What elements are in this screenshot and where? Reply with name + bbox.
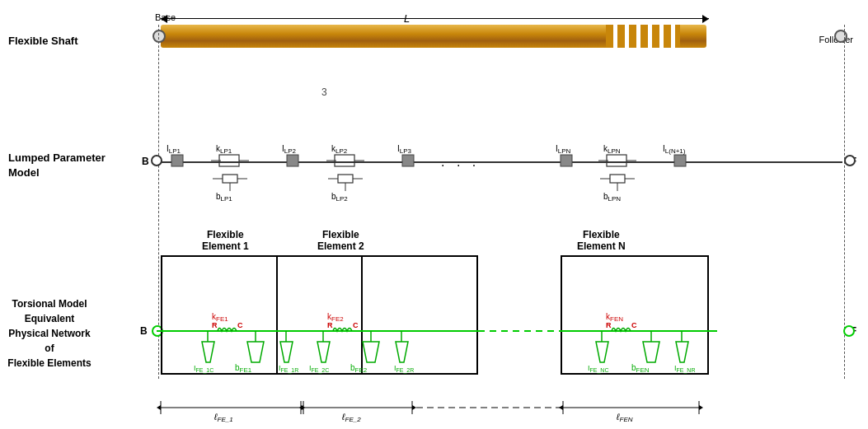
svg-text:IFE_2C: IFE_2C <box>309 364 329 374</box>
svg-marker-44 <box>202 342 214 362</box>
svg-text:C: C <box>353 321 359 329</box>
l-dimension-arrow <box>161 18 709 19</box>
svg-rect-36 <box>674 155 686 166</box>
svg-rect-25 <box>561 155 572 166</box>
base-label: Base <box>155 12 176 22</box>
svg-text:kLP1: kLP1 <box>216 144 232 155</box>
svg-marker-74 <box>676 342 688 362</box>
svg-rect-13 <box>335 155 354 166</box>
svg-marker-59 <box>363 342 379 362</box>
svg-text:kLP2: kLP2 <box>331 144 348 155</box>
svg-marker-71 <box>643 342 659 362</box>
svg-rect-27 <box>607 155 626 166</box>
shaft-body <box>161 25 706 48</box>
svg-marker-50 <box>280 342 293 362</box>
lp-diagram-svg: ILP1 kLP1 bLP1 ILP2 kLP2 <box>157 115 717 222</box>
svg-marker-92 <box>699 405 703 410</box>
svg-text:bFEN: bFEN <box>631 363 650 374</box>
svg-text:C: C <box>631 321 637 329</box>
flexible-shaft-label: Flexible Shaft <box>8 35 78 47</box>
tm-b-label: B <box>140 325 148 337</box>
svg-text:IFE_2R: IFE_2R <box>394 364 414 374</box>
svg-marker-78 <box>157 405 161 410</box>
svg-text:IFE_1R: IFE_1R <box>279 364 298 374</box>
svg-rect-2 <box>219 155 239 166</box>
main-diagram: L Base Follower Flexible Shaft 3 Lumped … <box>0 0 868 429</box>
svg-marker-91 <box>559 405 563 410</box>
number-3-label: 3 <box>321 86 327 98</box>
svg-marker-47 <box>247 342 264 362</box>
svg-text:bLP2: bLP2 <box>331 192 348 203</box>
svg-text:bLPN: bLPN <box>603 192 621 203</box>
torsional-diagram-svg: R C kFE1 IFE_1C bFE1 IFE_1R R C kFE2 IFE… <box>157 243 717 429</box>
svg-rect-11 <box>287 155 298 166</box>
svg-text:IFE_1C: IFE_1C <box>194 364 213 374</box>
lumped-parameter-label: Lumped Parameter Model <box>8 151 106 180</box>
svg-rect-0 <box>171 155 183 166</box>
tm-f-circle <box>843 325 855 337</box>
svg-text:bFE2: bFE2 <box>350 363 368 374</box>
lp-f-circle <box>844 155 856 166</box>
svg-text:bLP1: bLP1 <box>216 192 232 203</box>
svg-text:ℓFE_1: ℓFE_1 <box>213 412 233 423</box>
svg-rect-6 <box>223 175 237 183</box>
svg-text:ILP3: ILP3 <box>397 144 412 155</box>
svg-text:ILPN: ILPN <box>556 144 571 155</box>
svg-marker-62 <box>396 342 408 362</box>
shaft-base-connection <box>152 30 166 43</box>
shaft-follower-connection <box>834 30 847 43</box>
svg-text:C: C <box>237 321 243 329</box>
svg-text:IFE_NR: IFE_NR <box>674 364 695 374</box>
svg-text:IL(N+1): IL(N+1) <box>663 144 686 155</box>
svg-text:bFE1: bFE1 <box>235 363 252 374</box>
svg-text:ℓFEN: ℓFEN <box>616 412 633 423</box>
svg-text:ℓFE_2: ℓFE_2 <box>341 412 361 423</box>
svg-rect-31 <box>610 175 625 183</box>
svg-text:kLPN: kLPN <box>603 144 621 155</box>
svg-rect-17 <box>338 175 353 183</box>
svg-marker-56 <box>317 342 330 362</box>
svg-text:IFE_NC: IFE_NC <box>588 364 608 374</box>
svg-text:ILP1: ILP1 <box>167 144 181 155</box>
l-label: L <box>404 12 410 25</box>
svg-text:. . .: . . . <box>441 155 480 169</box>
svg-marker-85 <box>412 405 416 410</box>
svg-text:ILP2: ILP2 <box>282 144 297 155</box>
svg-rect-22 <box>402 155 414 166</box>
svg-marker-68 <box>596 342 608 362</box>
lp-b-label: B <box>142 156 149 167</box>
torsional-model-label: Torsional Model Equivalent Physical Netw… <box>4 296 95 371</box>
